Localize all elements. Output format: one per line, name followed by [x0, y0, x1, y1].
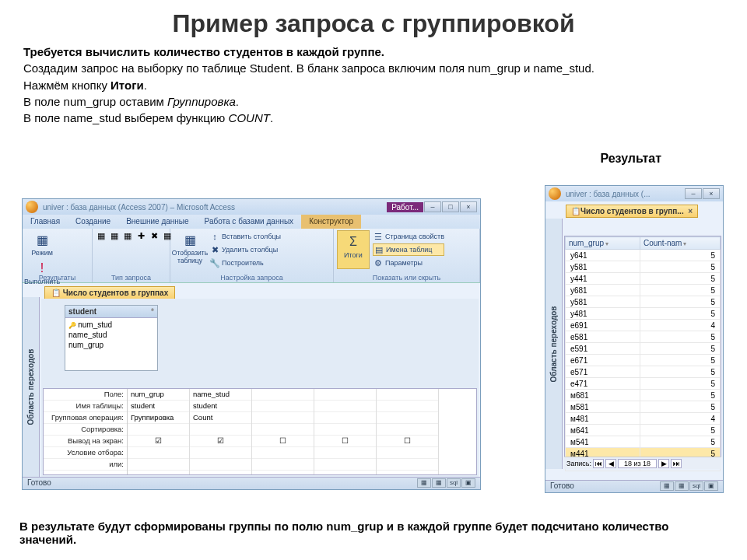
table-row[interactable]: e6715: [566, 355, 721, 366]
names-icon: ▤: [374, 244, 384, 255]
maximize-button[interactable]: □: [442, 201, 459, 212]
querytype-icon[interactable]: ✚: [135, 230, 146, 241]
navigation-pane[interactable]: Область переходов: [23, 297, 40, 477]
qbe-col-1[interactable]: num_grup student Группировка ☑: [128, 389, 190, 474]
view-btn-2[interactable]: ▦: [432, 478, 446, 488]
table-names-button[interactable]: ▤Имена таблиц: [373, 243, 444, 256]
sheet-icon: ☰: [373, 231, 384, 242]
result-heading: Результат: [600, 152, 661, 166]
slide-title: Пример запроса с группировкой: [0, 0, 747, 44]
query-design-area: student* num_stud name_stud num_grup Пол…: [41, 299, 479, 477]
access-result-window: univer : база данных (... – × 📋 Число ст…: [545, 185, 724, 493]
table-row[interactable]: м5415: [566, 436, 721, 448]
querytype-icon[interactable]: ▦: [96, 230, 107, 241]
view-btn-4[interactable]: ▣: [461, 478, 475, 488]
close-button[interactable]: ×: [460, 201, 477, 212]
params-button[interactable]: ⚙Параметры: [373, 257, 444, 269]
statusbar: Готово ▦ ▦ sql ▣: [23, 477, 480, 489]
all-fields-star[interactable]: *: [151, 307, 154, 316]
table-row[interactable]: м6815: [566, 390, 721, 401]
table-row[interactable]: у5815: [566, 296, 721, 308]
conclusion-text: В результате будут сформированы группы п…: [19, 520, 728, 546]
tab-database[interactable]: Работа с базами данных: [197, 215, 302, 229]
table-row[interactable]: у4815: [566, 308, 721, 320]
query-tab[interactable]: Число студентов в группах: [44, 286, 175, 299]
result-datasheet[interactable]: num_grup▾ Count-nam▾ у6415у5815у4415у681…: [564, 236, 721, 457]
titlebar[interactable]: univer : база данных (Access 2007) – Mic…: [23, 199, 480, 215]
table-source-box[interactable]: student* num_stud name_stud num_grup: [65, 305, 158, 371]
result-titlebar[interactable]: univer : база данных (... – ×: [545, 186, 723, 201]
group-querysetup-label: Настройка запроса: [170, 274, 333, 282]
ribbon: ▦Режим !Выполнить Результаты ▦ ▦ ▦ ✚ ✖ ▦…: [23, 229, 480, 283]
show-table-button[interactable]: ▦Отобразить таблицу: [174, 230, 206, 269]
table-row[interactable]: e6914: [566, 320, 721, 331]
minimize-button[interactable]: –: [424, 201, 441, 212]
col-count[interactable]: Count-nam▾: [640, 237, 720, 250]
tab-external[interactable]: Внешние данные: [118, 215, 196, 229]
qbe-label-sort: Сортировка:: [44, 424, 127, 436]
builder-button[interactable]: 🔧Построитель: [209, 257, 281, 269]
col-num-grup[interactable]: num_grup▾: [566, 237, 640, 250]
insert-cols-button[interactable]: ↕Вставить столбцы: [209, 230, 281, 243]
delete-cols-button[interactable]: ✖Удалить столбцы: [209, 243, 281, 256]
prev-record-button[interactable]: ◀: [605, 459, 616, 468]
view-button[interactable]: ▦Режим: [26, 230, 58, 257]
table-row[interactable]: e5715: [566, 366, 721, 378]
last-record-button[interactable]: ⏭: [671, 459, 682, 468]
totals-button[interactable]: ΣИтоги: [337, 230, 370, 269]
group-showhide-label: Показать или скрыть: [334, 274, 479, 282]
field-num-grup[interactable]: num_grup: [67, 340, 156, 350]
view-btn-4[interactable]: ▣: [704, 481, 718, 491]
view-btn-2[interactable]: ▦: [675, 481, 689, 491]
qbe-grid: Поле: Имя таблицы: Групповая операция: С…: [43, 388, 477, 475]
field-num-stud[interactable]: num_stud: [67, 320, 156, 330]
tab-design[interactable]: Конструктор: [301, 215, 361, 229]
access-design-window: univer : база данных (Access 2007) – Mic…: [22, 198, 481, 490]
record-navigator: Запись: ⏮ ◀ ▶ ⏭: [564, 457, 721, 469]
view-btn-3[interactable]: sql: [447, 478, 461, 488]
prop-sheet-button[interactable]: ☰Страница свойств: [373, 230, 444, 243]
record-position[interactable]: [618, 459, 657, 468]
table-row[interactable]: e5815: [566, 331, 721, 343]
table-row[interactable]: м6415: [566, 425, 721, 436]
table-row[interactable]: м5815: [566, 401, 721, 413]
table-icon: ▦: [181, 230, 199, 249]
qbe-label-field: Поле:: [44, 389, 127, 401]
view-btn-3[interactable]: sql: [689, 481, 703, 491]
view-btn-1[interactable]: ▦: [660, 481, 674, 491]
querytype-icon[interactable]: ✖: [149, 230, 160, 241]
result-nav-pane[interactable]: Область переходов: [545, 219, 563, 469]
table-row[interactable]: у5815: [566, 261, 721, 273]
querytype-icon[interactable]: ▦: [122, 230, 133, 241]
table-name: student: [68, 307, 96, 316]
qbe-label-show: Вывод на экран:: [44, 436, 127, 447]
table-row[interactable]: у4415: [566, 273, 721, 285]
close-button[interactable]: ×: [703, 188, 720, 199]
office-button[interactable]: [549, 187, 561, 200]
table-row[interactable]: e5915: [566, 343, 721, 355]
tab-home[interactable]: Главная: [23, 215, 68, 229]
group-results-label: Результаты: [23, 274, 92, 282]
view-btn-1[interactable]: ▦: [417, 478, 431, 488]
office-button[interactable]: [26, 201, 38, 213]
close-tab-icon[interactable]: ×: [688, 207, 693, 215]
qbe-col-4[interactable]: ☐: [314, 389, 377, 474]
field-name-stud[interactable]: name_stud: [67, 330, 156, 340]
qbe-col-2[interactable]: name_stud student Count ☑: [190, 389, 252, 474]
context-title: Работ...: [387, 202, 423, 212]
nav-pane-label: Область переходов: [26, 348, 35, 425]
qbe-col-5[interactable]: ☐: [377, 389, 439, 474]
qbe-label-table: Имя таблицы:: [44, 401, 127, 412]
table-row[interactable]: e4715: [566, 378, 721, 390]
table-row[interactable]: у6415: [566, 250, 721, 261]
result-query-tab[interactable]: 📋 Число студентов в групп...×: [566, 205, 698, 218]
table-row[interactable]: у6815: [566, 285, 721, 296]
minimize-button[interactable]: –: [685, 188, 702, 199]
qbe-label-criteria: Условие отбора:: [44, 447, 127, 459]
next-record-button[interactable]: ▶: [658, 459, 669, 468]
first-record-button[interactable]: ⏮: [593, 459, 604, 468]
qbe-col-3[interactable]: ☐: [252, 389, 314, 474]
tab-create[interactable]: Создание: [68, 215, 118, 229]
querytype-icon[interactable]: ▦: [109, 230, 120, 241]
table-row[interactable]: м4814: [566, 413, 721, 425]
